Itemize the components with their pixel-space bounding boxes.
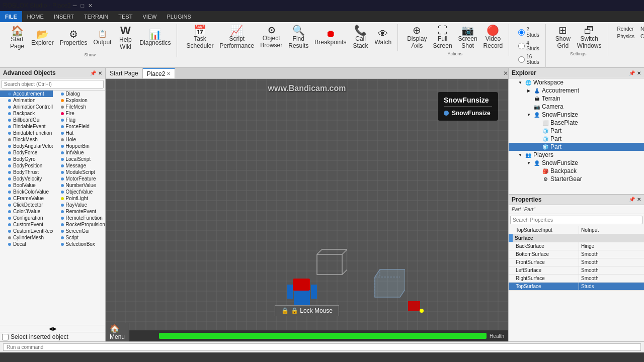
list-item[interactable]: Accoutrement — [0, 90, 53, 97]
list-item[interactable]: Fire — [53, 110, 106, 117]
list-item[interactable]: LocalScript — [53, 156, 106, 162]
list-item[interactable]: Configuration — [0, 215, 53, 221]
list-item[interactable]: RemoteFunction — [53, 215, 106, 221]
list-item[interactable]: Hat — [53, 130, 106, 136]
menu-item-test[interactable]: TEST — [113, 11, 137, 22]
list-item[interactable]: Script — [53, 234, 106, 241]
16studs-button[interactable]: 16 Studs — [516, 53, 541, 65]
list-item[interactable]: Hole — [53, 136, 106, 143]
left-panel-close[interactable]: ✕ — [98, 70, 102, 76]
viewport[interactable]: www.Bandicam.com SnowFunsize SnowFunsize — [106, 79, 508, 341]
prop-row-bottomsurface[interactable]: BottomSurface Smooth — [509, 250, 644, 258]
maximize-button[interactable]: □ — [79, 3, 87, 9]
explorer-button[interactable]: 📂Explorer — [29, 28, 56, 47]
list-item[interactable]: BodyVelocity — [0, 175, 53, 182]
tree-item-part1[interactable]: 🧊 Part — [509, 127, 644, 135]
list-item[interactable]: ClickDetector — [0, 202, 53, 208]
tab-start-page[interactable]: Start Page — [106, 68, 143, 78]
watch-button[interactable]: 👁Watch — [373, 28, 394, 47]
left-panel-pin[interactable]: 📌 — [90, 70, 96, 76]
object-browser-button[interactable]: ⊙ObjectBrowser — [258, 25, 284, 50]
menu-item-view[interactable]: VIEW — [137, 11, 162, 22]
list-item[interactable]: BindableFunction — [0, 130, 53, 136]
full-screen-button[interactable]: ⛶FullScreen — [431, 24, 454, 50]
menu-button[interactable]: 🏠 Menu — [106, 323, 129, 341]
list-item[interactable]: Dialog — [53, 90, 106, 97]
scroll-left[interactable]: ◀ — [49, 326, 53, 331]
4studs-button[interactable]: 4 Studs — [516, 40, 541, 52]
list-item[interactable]: BoolValue — [0, 182, 53, 189]
viewport-close-button[interactable]: ✕ — [503, 70, 508, 77]
list-item[interactable]: BillboardGui — [0, 117, 53, 123]
list-item[interactable]: ForceField — [53, 123, 106, 130]
tree-item-startergear[interactable]: ⚙ StarterGear — [509, 175, 644, 183]
list-item[interactable]: HopperBin — [53, 143, 106, 149]
prop-row-frontsurface[interactable]: FrontSurface Smooth — [509, 258, 644, 266]
menu-item-terrain[interactable]: TERRAIN — [79, 11, 113, 22]
call-stack-button[interactable]: 📞CallStack — [351, 24, 371, 50]
start-page-button[interactable]: 🏠StartPage — [7, 25, 27, 51]
list-item[interactable]: IntValue — [53, 149, 106, 156]
list-item[interactable]: BodyGyro — [0, 156, 53, 162]
list-item[interactable]: BrickColorValue — [0, 189, 53, 195]
list-item[interactable]: BlockMesh — [0, 136, 53, 143]
prop-row-rightsurface[interactable]: RightSurface Smooth — [509, 275, 644, 283]
properties-search-input[interactable] — [510, 216, 642, 224]
tree-item-part2[interactable]: 🧊 Part — [509, 135, 644, 143]
scroll-right[interactable]: ▶ — [53, 326, 57, 331]
select-inserted-checkbox[interactable] — [2, 334, 9, 340]
screen-shot-button[interactable]: 📷ScreenShot — [456, 24, 479, 50]
breakpoints-button[interactable]: ⏺Breakpoints — [312, 28, 348, 47]
menu-item-file[interactable]: FILE — [0, 11, 22, 22]
find-results-button[interactable]: 🔍FindResults — [286, 24, 310, 50]
tree-item-camera[interactable]: 📷 Camera — [509, 103, 644, 111]
tree-item-snowfunsize-ws[interactable]: ▼ 👤 SnowFunsize — [509, 111, 644, 119]
prop-row-topsurfaceinput[interactable]: TopSurfaceInput NoInput — [509, 226, 644, 234]
prop-row-topsurface[interactable]: TopSurface Studs — [509, 283, 644, 291]
tree-item-baseplate[interactable]: ⬜ BasePlate — [509, 119, 644, 127]
properties-button[interactable]: ⚙Properties — [58, 28, 90, 47]
list-item[interactable]: BindableEvent — [0, 123, 53, 130]
tree-item-backpack[interactable]: 🎒 Backpack — [509, 167, 644, 175]
tab-place2-close[interactable]: ✕ — [167, 71, 171, 76]
list-item[interactable]: Flag — [53, 117, 106, 123]
tree-item-part3[interactable]: 🧊 Part — [509, 143, 644, 151]
prop-row-backsurface[interactable]: BackSurface Hinge — [509, 242, 644, 250]
list-item[interactable]: Explosion — [53, 97, 106, 104]
list-item[interactable]: Message — [53, 162, 106, 169]
list-item[interactable]: PointLight — [53, 195, 106, 202]
list-item[interactable]: AnimationController — [0, 104, 53, 110]
menu-item-home[interactable]: HOME — [22, 11, 49, 22]
object-search-input[interactable] — [2, 80, 104, 88]
toggle-snowfunsize-ws[interactable]: ▼ — [526, 112, 532, 118]
display-axis-button[interactable]: ⊕DisplayAxis — [405, 24, 429, 50]
tree-item-snowfunsize-p[interactable]: ▼ 👤 SnowFunsize — [509, 159, 644, 167]
menu-item-plugins[interactable]: PLUGINS — [162, 11, 196, 22]
show-grid-button[interactable]: ⊞ShowGrid — [553, 24, 573, 50]
list-item[interactable]: Color3Value — [0, 208, 53, 215]
custom-button[interactable]: Custom — [638, 33, 644, 40]
list-item[interactable]: Animation — [0, 97, 53, 104]
toggle-snowfunsize-p[interactable]: ▼ — [526, 160, 532, 166]
toggle-accoutrement[interactable]: ▶ — [526, 87, 532, 94]
list-item[interactable]: ScreenGui — [53, 228, 106, 234]
toggle-workspace[interactable]: ▼ — [517, 79, 523, 85]
list-item[interactable]: ModuleScript — [53, 169, 106, 175]
list-item[interactable]: RayValue — [53, 202, 106, 208]
list-item[interactable]: Backpack — [0, 110, 53, 117]
output-button[interactable]: 📋Output — [91, 29, 113, 47]
diagnostics-button[interactable]: 📊Diagnostics — [137, 28, 173, 47]
help-wiki-button[interactable]: WHelpWiki — [115, 24, 135, 51]
list-item[interactable]: NumberValue — [53, 182, 106, 189]
list-item[interactable]: CylinderMesh — [0, 234, 53, 241]
physics-button[interactable]: Physics — [615, 33, 636, 40]
list-item[interactable]: BodyAngularVelocity — [0, 143, 53, 149]
prop-row-leftsurface[interactable]: LeftSurface Smooth — [509, 266, 644, 275]
lock-mouse-button[interactable]: 🔒 🔒 Lock Mouse — [275, 305, 339, 316]
task-scheduler-button[interactable]: 📅TaskScheduler — [184, 24, 215, 50]
list-item[interactable]: RocketPropulsion — [53, 221, 106, 228]
toggle-players[interactable]: ▼ — [517, 152, 523, 158]
list-item[interactable]: Decal — [0, 241, 53, 247]
explorer-pin[interactable]: 📌 — [629, 70, 635, 76]
list-item[interactable]: RemoteEvent — [53, 208, 106, 215]
